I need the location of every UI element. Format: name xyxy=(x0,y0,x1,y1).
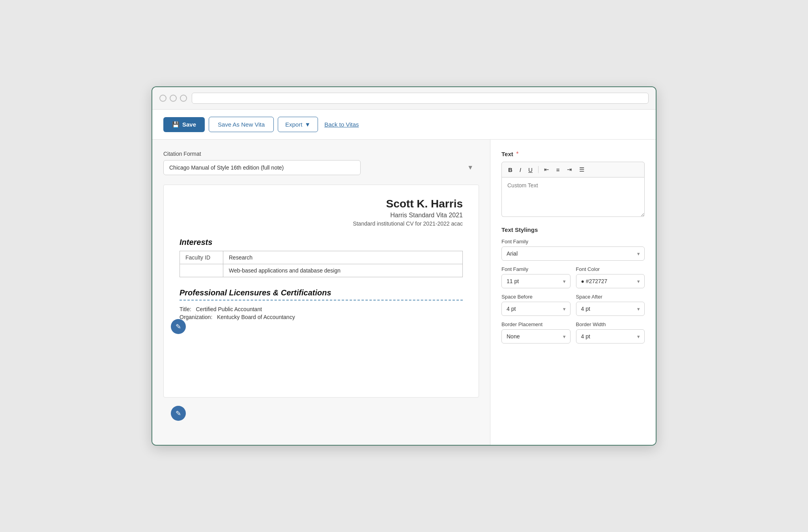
citation-format-label: Citation Format xyxy=(163,151,479,157)
interests-table: Faculty ID Research Web-based applicatio… xyxy=(180,251,463,277)
right-panel: Text * B I U ⇤ xyxy=(490,140,656,445)
cert-title-label: Title: xyxy=(180,306,191,312)
space-row: Space Before 4 pt Space After 4 pt xyxy=(501,294,645,316)
certifications-section-title: Professional Licensures & Certifications xyxy=(180,288,463,297)
font-size-group: Font Family 11 pt xyxy=(501,266,570,288)
browser-dot-2 xyxy=(170,95,177,102)
font-family-section: Font Family Arial xyxy=(501,239,645,261)
border-width-label: Border Width xyxy=(576,321,645,327)
justify-icon: ☰ xyxy=(579,166,584,173)
cert-org-value: Kentucky Board of Accountancy xyxy=(217,314,295,320)
left-panel: Citation Format Chicago Manual of Style … xyxy=(152,140,490,445)
table-cell-empty xyxy=(180,264,223,277)
toolbar-divider xyxy=(538,166,539,173)
font-family-select-wrap: Arial xyxy=(501,246,645,261)
export-chevron-icon: ▼ xyxy=(305,121,310,128)
border-placement-select[interactable]: None xyxy=(501,329,570,343)
save-button[interactable]: 💾 Save xyxy=(163,117,205,132)
space-after-select-wrap: 4 pt xyxy=(576,302,645,316)
required-star: * xyxy=(516,151,518,157)
justify-button[interactable]: ☰ xyxy=(576,164,587,175)
citation-format-select[interactable]: Chicago Manual of Style 16th edition (fu… xyxy=(163,160,361,175)
table-row: Web-based applications and database desi… xyxy=(180,264,463,277)
table-cell-webapps: Web-based applications and database desi… xyxy=(223,264,463,277)
table-cell-research: Research xyxy=(223,251,463,264)
cert-title-value: Certified Public Accountant xyxy=(196,306,262,312)
toolbar: 💾 Save Save As New Vita Export ▼ Back to… xyxy=(152,110,656,140)
align-center-button[interactable]: ≡ xyxy=(553,165,563,175)
citation-select-wrap: Chicago Manual of Style 16th edition (fu… xyxy=(163,160,479,175)
font-size-select[interactable]: 11 pt xyxy=(501,274,570,288)
save-as-new-vita-button[interactable]: Save As New Vita xyxy=(209,117,274,132)
font-size-label: Font Family xyxy=(501,266,570,272)
border-width-group: Border Width 4 pt xyxy=(576,321,645,343)
certifications-divider xyxy=(180,300,463,301)
italic-button[interactable]: I xyxy=(516,165,524,175)
browser-dot-1 xyxy=(159,95,166,102)
main-content: Citation Format Chicago Manual of Style … xyxy=(152,140,656,445)
space-before-select[interactable]: 4 pt xyxy=(501,302,570,316)
font-color-select-wrap: ● #272727 xyxy=(576,274,645,288)
font-family-select[interactable]: Arial xyxy=(501,246,645,261)
space-before-select-wrap: 4 pt xyxy=(501,302,570,316)
table-row: Faculty ID Research xyxy=(180,251,463,264)
citation-chevron-icon: ▼ xyxy=(467,164,473,171)
border-width-select-wrap: 4 pt xyxy=(576,329,645,343)
app-container: 💾 Save Save As New Vita Export ▼ Back to… xyxy=(152,110,656,445)
space-before-group: Space Before 4 pt xyxy=(501,294,570,316)
space-after-group: Space After 4 pt xyxy=(576,294,645,316)
vita-subtitle: Harris Standard Vita 2021 xyxy=(180,212,463,219)
border-width-select[interactable]: 4 pt xyxy=(576,329,645,343)
font-color-label: Font Color xyxy=(576,266,645,272)
custom-text-area[interactable] xyxy=(501,177,645,217)
pencil-icon-1: ✎ xyxy=(176,323,181,331)
save-new-vita-label: Save As New Vita xyxy=(218,121,265,128)
citation-section: Citation Format Chicago Manual of Style … xyxy=(163,151,479,175)
underline-icon: U xyxy=(528,166,533,173)
border-placement-select-wrap: None xyxy=(501,329,570,343)
space-before-label: Space Before xyxy=(501,294,570,300)
text-toolbar: B I U ⇤ ≡ ⇥ xyxy=(501,162,645,177)
space-after-select[interactable]: 4 pt xyxy=(576,302,645,316)
vita-description: Standard institutional CV for 2021-2022 … xyxy=(180,220,463,227)
font-size-color-row: Font Family 11 pt Font Color ● #272727 xyxy=(501,266,645,288)
bold-button[interactable]: B xyxy=(505,165,516,175)
vita-preview: ✎ ✎ Scott K. Harris Harris Standard Vita… xyxy=(163,185,479,398)
text-stylings-label: Text Stylings xyxy=(501,226,645,233)
edit-button-interests[interactable]: ✎ xyxy=(171,319,186,334)
save-label: Save xyxy=(182,121,196,128)
browser-chrome xyxy=(152,87,656,110)
border-placement-label: Border Placement xyxy=(501,321,570,327)
border-row: Border Placement None Border Width 4 pt xyxy=(501,321,645,343)
browser-window: 💾 Save Save As New Vita Export ▼ Back to… xyxy=(152,86,656,446)
browser-dot-3 xyxy=(180,95,187,102)
font-color-select[interactable]: ● #272727 xyxy=(576,274,645,288)
back-to-vitas-label: Back to Vitas xyxy=(324,121,359,128)
align-right-icon: ⇥ xyxy=(567,166,572,173)
italic-icon: I xyxy=(520,166,521,173)
font-family-full-label: Font Family xyxy=(501,239,645,245)
export-label: Export xyxy=(285,121,302,128)
underline-button[interactable]: U xyxy=(525,165,536,175)
pencil-icon-2: ✎ xyxy=(176,409,181,418)
align-center-icon: ≡ xyxy=(556,166,560,173)
address-bar[interactable] xyxy=(192,93,649,104)
font-color-group: Font Color ● #272727 xyxy=(576,266,645,288)
space-after-label: Space After xyxy=(576,294,645,300)
border-placement-group: Border Placement None xyxy=(501,321,570,343)
cert-org: Organization: Kentucky Board of Accounta… xyxy=(180,314,463,320)
font-size-select-wrap: 11 pt xyxy=(501,274,570,288)
text-label: Text xyxy=(501,151,513,157)
save-icon: 💾 xyxy=(172,121,180,128)
back-to-vitas-button[interactable]: Back to Vitas xyxy=(322,117,361,132)
cert-title: Title: Certified Public Accountant xyxy=(180,306,463,312)
cert-org-label: Organization: xyxy=(180,314,212,320)
vita-name: Scott K. Harris xyxy=(180,198,463,210)
interests-section-title: Interests xyxy=(180,238,463,247)
browser-dots xyxy=(159,95,187,102)
align-right-button[interactable]: ⇥ xyxy=(564,164,575,175)
table-cell-faculty-id: Faculty ID xyxy=(180,251,223,264)
align-left-button[interactable]: ⇤ xyxy=(541,164,552,175)
export-button[interactable]: Export ▼ xyxy=(278,117,318,132)
edit-button-certifications[interactable]: ✎ xyxy=(171,406,186,421)
